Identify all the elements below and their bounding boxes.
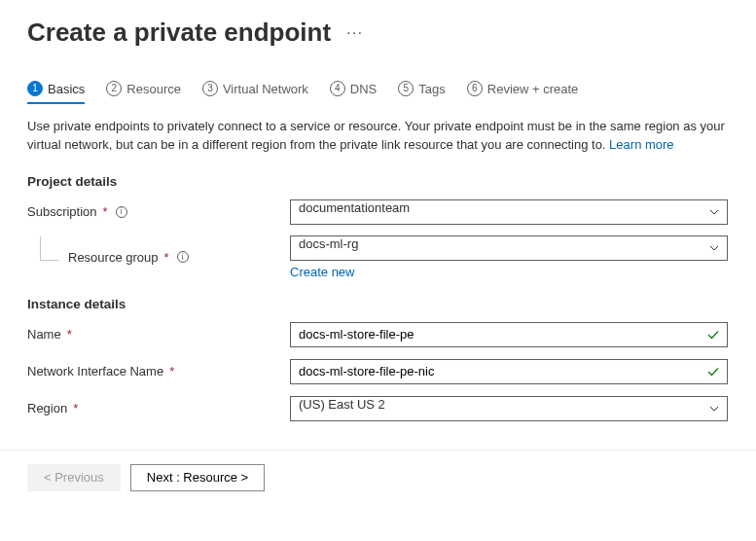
step-number: 4 [330,81,345,96]
name-label: Name [27,327,61,342]
tab-label: Virtual Network [223,82,308,96]
tab-review-create[interactable]: 6 Review + create [467,75,579,104]
required-indicator: * [164,250,169,265]
info-icon[interactable]: i [177,251,189,263]
step-number: 2 [106,81,122,96]
tab-tags[interactable]: 5 Tags [398,75,445,104]
project-details-heading: Project details [27,174,729,189]
next-button[interactable]: Next : Resource > [130,464,265,491]
nic-input[interactable] [290,359,728,384]
subscription-label: Subscription [27,204,97,219]
subscription-select[interactable]: documentationteam [290,199,728,225]
tab-label: Resource [126,82,181,96]
tab-label: Basics [48,82,85,96]
resource-group-select[interactable]: docs-ml-rg [290,235,728,261]
page-title: Create a private endpoint [27,18,331,48]
required-indicator: * [169,364,174,379]
info-icon[interactable]: i [116,206,127,218]
more-actions-icon[interactable]: ··· [346,23,363,43]
tab-resource[interactable]: 2 Resource [106,75,181,104]
required-indicator: * [73,401,78,415]
tab-basics[interactable]: 1 Basics [27,75,85,104]
tab-label: Review + create [487,82,579,96]
region-label: Region [27,401,67,415]
subscription-value: documentationteam [290,199,728,225]
step-number: 6 [467,81,483,96]
tab-label: Tags [418,82,445,96]
step-number: 1 [27,81,43,96]
name-input[interactable] [290,322,728,347]
instance-details-heading: Instance details [27,297,729,311]
wizard-footer: < Previous Next : Resource > [0,451,756,505]
resource-group-label: Resource group [68,250,159,265]
create-new-link[interactable]: Create new [290,265,354,279]
step-number: 5 [398,81,414,96]
learn-more-link[interactable]: Learn more [609,137,673,152]
wizard-tabs: 1 Basics 2 Resource 3 Virtual Network 4 … [27,75,729,104]
region-select[interactable]: (US) East US 2 [290,396,728,421]
resource-group-value: docs-ml-rg [290,235,728,261]
previous-button: < Previous [27,464,121,491]
step-number: 3 [202,81,218,96]
tab-virtual-network[interactable]: 3 Virtual Network [202,75,308,104]
description-text: Use private endpoints to privately conne… [27,118,729,155]
nic-label: Network Interface Name [27,364,163,379]
required-indicator: * [67,327,72,342]
tab-dns[interactable]: 4 DNS [330,75,377,104]
required-indicator: * [103,204,108,219]
tab-label: DNS [350,82,377,96]
region-value: (US) East US 2 [290,396,728,421]
